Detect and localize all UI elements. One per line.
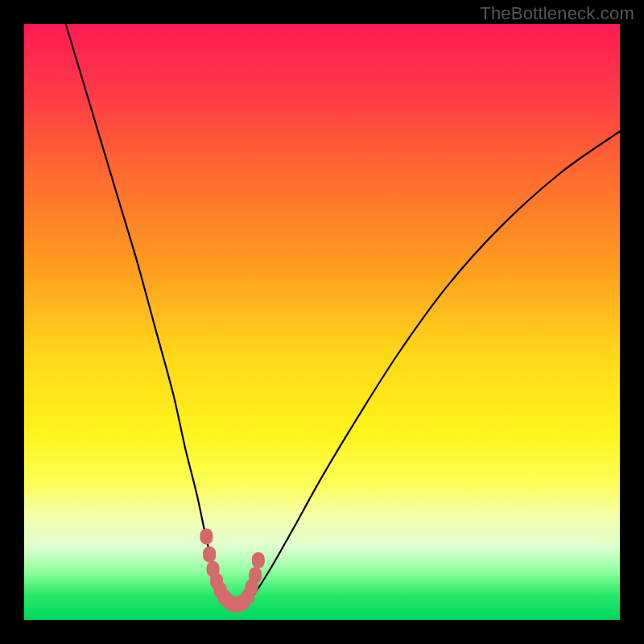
marker-dot — [249, 568, 262, 584]
watermark-text: TheBottleneck.com — [480, 3, 634, 24]
marker-dot — [203, 547, 216, 563]
chart-plot-area — [24, 24, 620, 620]
marker-group — [200, 528, 264, 612]
marker-dot — [200, 528, 213, 544]
marker-dot — [252, 552, 265, 568]
highlight-markers — [24, 24, 620, 620]
